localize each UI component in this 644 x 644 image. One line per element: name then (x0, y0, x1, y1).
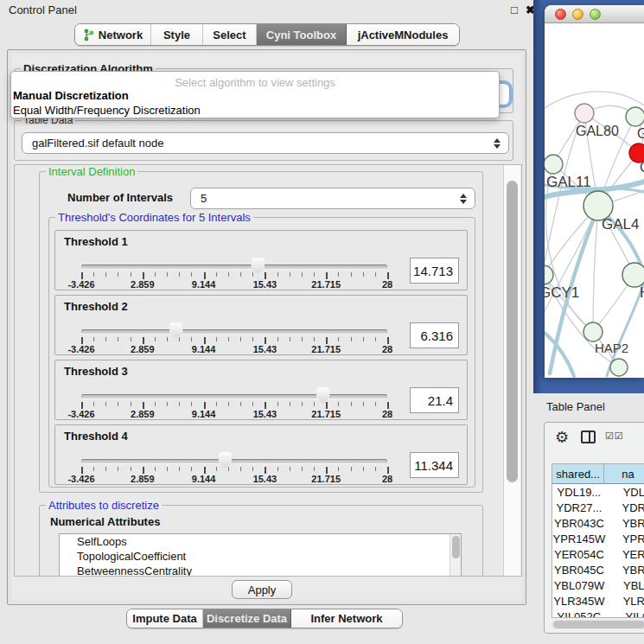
select-columns-icon[interactable]: ☑☑ (605, 430, 624, 442)
scrollbar-thumb[interactable] (553, 621, 644, 628)
numerical-attributes-label: Numerical Attributes (50, 515, 160, 528)
table-row[interactable]: YIL052CYIL0 (552, 609, 644, 618)
table-cell: YDL1 (606, 484, 644, 500)
slider-tick-labels: -3.4262.8599.14415.4321.71528 (81, 279, 387, 290)
table-cell: YIL052C (552, 609, 606, 618)
tab-infer-network[interactable]: Infer Network (291, 609, 402, 628)
slider-tick-labels: -3.4262.8599.14415.4321.71528 (81, 409, 387, 419)
table-row[interactable]: YBR043CYBR0 (552, 515, 644, 531)
table-data-combobox[interactable]: galFiltered.sif default node (22, 132, 509, 154)
threshold-value-field[interactable]: 11.344 (410, 452, 459, 478)
table-cell: YBR0 (606, 562, 644, 577)
apply-button[interactable]: Apply (232, 580, 292, 599)
table-row[interactable]: YBR045CYBR0 (552, 562, 644, 577)
network-node-label: GAL80 (576, 124, 619, 138)
network-node-label: GCY1 (545, 284, 579, 301)
algorithm-placeholder: Select algorithm to view settings (11, 76, 499, 89)
tab-label: Infer Network (310, 612, 382, 625)
attributes-group: Attributes to discretize Numerical Attri… (39, 505, 483, 577)
apply-button-label: Apply (248, 583, 277, 596)
table-row[interactable]: YBL079WYBL0 (552, 577, 644, 593)
table-row[interactable]: YER054CYER0 (552, 546, 644, 562)
attributes-list-scrollbar[interactable] (450, 534, 461, 577)
slider-track[interactable] (81, 265, 387, 269)
top-tab-bar: NetworkStyleSelectCyni ToolboxjActiveMNo… (74, 23, 460, 46)
network-view-window: GAL80GACGAL11GAL4GCY1HHAP2 (545, 5, 644, 378)
threshold-value-field[interactable]: 6.316 (410, 322, 459, 348)
scrollbar-thumb[interactable] (452, 536, 460, 558)
tab-label: Style (163, 29, 190, 41)
slider-track[interactable] (81, 459, 387, 463)
slider-track[interactable] (81, 329, 387, 334)
network-node-label: GA (637, 126, 644, 141)
table-cell: YIL0 (606, 609, 644, 618)
network-node[interactable] (575, 104, 594, 123)
table-panel-box: ⚙ ☑☑ shared...na YDL19...YDL1YDR27...YDR… (544, 422, 644, 634)
network-node[interactable] (610, 359, 628, 376)
tab-style[interactable]: Style (151, 24, 203, 45)
tab-label: Impute Data (132, 612, 196, 625)
table-column-header[interactable]: shared... (552, 464, 604, 484)
network-canvas[interactable]: GAL80GACGAL11GAL4GCY1HHAP2 (545, 23, 644, 378)
tab-cyni-toolbox[interactable]: Cyni Toolbox (257, 24, 347, 45)
gear-icon[interactable]: ⚙ (555, 428, 569, 447)
network-node[interactable] (545, 155, 563, 174)
attribute-list-item[interactable]: SelfLoops (60, 534, 461, 549)
table-rows: YDL19...YDL1YDR27...YDR2YBR043CYBR0YPR14… (552, 484, 644, 618)
number-of-intervals-value: 5 (201, 192, 207, 205)
node-table: shared...na YDL19...YDL1YDR27...YDR2YBR0… (552, 463, 644, 618)
slider-track[interactable] (81, 394, 387, 399)
threshold-value-field[interactable]: 14.713 (410, 258, 459, 284)
network-node-label: HAP2 (595, 341, 628, 355)
control-panel: Control Panel □ ✖ NetworkStyleSelectCyni… (0, 0, 533, 644)
algorithm-option[interactable]: Manual Discretization (13, 89, 129, 102)
tab-impute-data[interactable]: Impute Data (127, 609, 203, 628)
split-table-icon[interactable] (581, 430, 596, 443)
table-column-header[interactable]: na (604, 464, 644, 484)
table-horizontal-scrollbar[interactable] (552, 620, 644, 629)
scrollbar-thumb[interactable] (507, 181, 518, 482)
table-cell: YER054C (552, 546, 606, 562)
network-node[interactable] (626, 107, 644, 126)
algorithm-option[interactable]: Equal Width/Frequency Discretization (13, 104, 201, 117)
stepper-arrows-icon (494, 138, 501, 149)
network-node-label: GAL11 (546, 174, 591, 190)
attribute-list-item[interactable]: TopologicalCoefficient (60, 549, 461, 564)
table-row[interactable]: YPR145WYPR1 (552, 531, 644, 546)
threshold-value-field[interactable]: 21.4 (410, 387, 459, 413)
settings-scrollbar[interactable] (503, 165, 520, 576)
network-window-titlebar[interactable] (545, 5, 644, 23)
thresholds-group-title: Threshold's Coordinates for 5 Intervals (55, 211, 253, 224)
table-row[interactable]: YDR27...YDR2 (552, 500, 644, 515)
table-row[interactable]: YDL19...YDL1 (552, 484, 644, 500)
tab-label: Network (99, 29, 143, 41)
attribute-list-item[interactable]: BetweennessCentrality (60, 564, 461, 577)
mac-close-icon[interactable] (555, 9, 566, 20)
threshold-panel: Threshold 1-3.4262.8599.14415.4321.71528… (54, 230, 468, 290)
threshold-label: Threshold 1 (64, 235, 128, 248)
network-node[interactable] (622, 263, 644, 287)
table-data-group: Table Data galFiltered.sif default node (14, 120, 513, 161)
tab-network[interactable]: Network (75, 24, 151, 45)
slider-tick-labels: -3.4262.8599.14415.4321.71528 (81, 344, 387, 354)
tab-jactivemnodules[interactable]: jActiveMNodules (347, 24, 459, 45)
mac-zoom-icon[interactable] (590, 9, 601, 20)
network-edge (545, 275, 593, 332)
network-icon (83, 29, 94, 41)
network-edge (593, 206, 598, 332)
number-of-intervals-label: Number of Intervals (67, 191, 173, 204)
table-cell: YDL19... (552, 484, 606, 500)
float-window-icon[interactable]: □ (511, 3, 518, 16)
table-cell: YDR27... (552, 500, 606, 515)
table-cell: YDR2 (606, 500, 644, 515)
number-of-intervals-combobox[interactable]: 5 (190, 188, 475, 209)
network-node[interactable] (583, 322, 603, 341)
tab-discretize-data[interactable]: Discretize Data (203, 609, 291, 628)
mac-minimize-icon[interactable] (572, 9, 583, 20)
table-row[interactable]: YLR345WYLR3 (552, 593, 644, 609)
table-cell: YBL079W (552, 577, 606, 593)
table-data-value: galFiltered.sif default node (32, 137, 163, 150)
tab-select[interactable]: Select (203, 24, 257, 45)
network-node[interactable] (545, 265, 553, 284)
numerical-attributes-list[interactable]: SelfLoopsTopologicalCoefficientBetweenne… (59, 533, 462, 577)
